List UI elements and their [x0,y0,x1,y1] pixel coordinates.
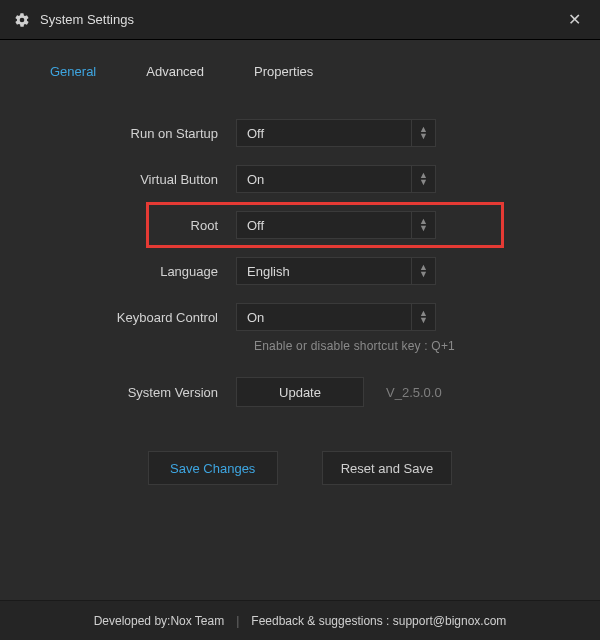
select-run-on-startup[interactable]: Off ▲▼ [236,119,436,147]
row-root: Root Off ▲▼ [46,211,554,239]
hint-keyboard-control: Enable or disable shortcut key : Q+1 [254,339,554,353]
label-system-version: System Version [46,385,236,400]
close-icon: ✕ [568,10,581,29]
tab-properties[interactable]: Properties [240,58,327,89]
footer: Developed by:Nox Team | Feedback & sugge… [0,600,600,640]
spinner-icon: ▲▼ [411,120,435,146]
footer-developed-by: Developed by:Nox Team [94,614,225,628]
spinner-icon: ▲▼ [411,166,435,192]
title-bar: System Settings ✕ [0,0,600,40]
update-button[interactable]: Update [236,377,364,407]
settings-window: System Settings ✕ General Advanced Prope… [0,0,600,640]
select-value: English [247,264,290,279]
tab-advanced[interactable]: Advanced [132,58,218,89]
row-run-on-startup: Run on Startup Off ▲▼ [46,119,554,147]
save-changes-button[interactable]: Save Changes [148,451,278,485]
select-value: Off [247,126,264,141]
select-language[interactable]: English ▲▼ [236,257,436,285]
action-bar: Save Changes Reset and Save [46,451,554,485]
label-keyboard-control: Keyboard Control [46,310,236,325]
spinner-icon: ▲▼ [411,304,435,330]
footer-feedback: Feedback & suggestions : support@bignox.… [251,614,506,628]
settings-form: Run on Startup Off ▲▼ Virtual Button On … [0,89,600,600]
label-run-on-startup: Run on Startup [46,126,236,141]
gear-icon [14,12,30,28]
label-virtual-button: Virtual Button [46,172,236,187]
select-value: On [247,172,264,187]
select-value: Off [247,218,264,233]
version-text: V_2.5.0.0 [386,385,442,400]
row-virtual-button: Virtual Button On ▲▼ [46,165,554,193]
spinner-icon: ▲▼ [411,212,435,238]
select-root[interactable]: Off ▲▼ [236,211,436,239]
row-language: Language English ▲▼ [46,257,554,285]
window-title: System Settings [40,12,562,27]
spinner-icon: ▲▼ [411,258,435,284]
tab-bar: General Advanced Properties [0,40,600,89]
label-root: Root [46,218,236,233]
footer-separator: | [236,614,239,628]
select-virtual-button[interactable]: On ▲▼ [236,165,436,193]
select-keyboard-control[interactable]: On ▲▼ [236,303,436,331]
reset-and-save-button[interactable]: Reset and Save [322,451,453,485]
row-keyboard-control: Keyboard Control On ▲▼ [46,303,554,331]
row-system-version: System Version Update V_2.5.0.0 [46,377,554,407]
label-language: Language [46,264,236,279]
close-button[interactable]: ✕ [562,8,586,32]
select-value: On [247,310,264,325]
tab-general[interactable]: General [36,58,110,89]
